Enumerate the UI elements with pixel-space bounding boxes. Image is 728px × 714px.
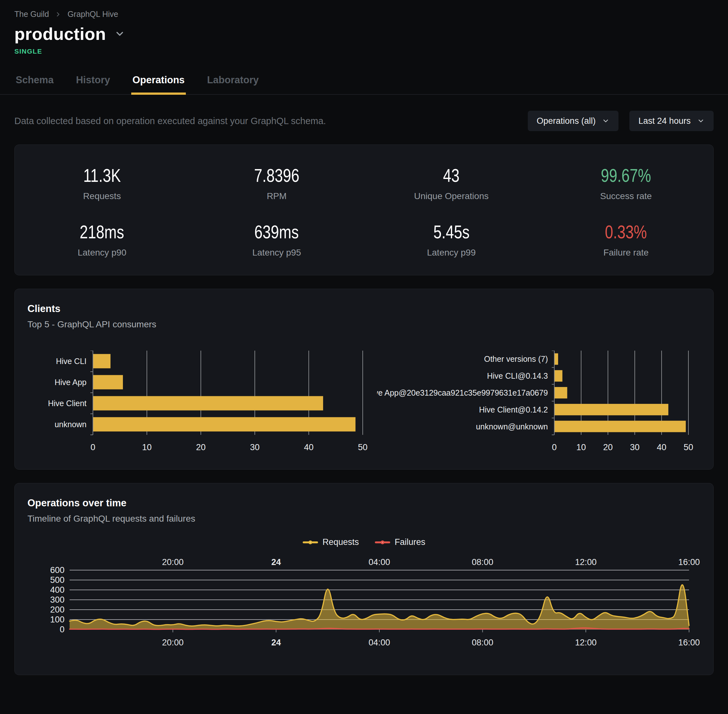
stat-value: 639ms <box>190 221 364 243</box>
main-content: Data collected based on operation execut… <box>0 111 728 685</box>
title-row: production <box>14 24 714 44</box>
stat-unique-operations: 43 Unique Operations <box>364 159 538 207</box>
svg-text:0: 0 <box>552 442 557 452</box>
chevron-down-icon <box>602 117 609 125</box>
clients-by-name-bar-chart: 01020304050Hive CLIHive AppHive Clientun… <box>27 351 375 455</box>
svg-text:40: 40 <box>657 442 666 452</box>
svg-text:40: 40 <box>304 442 314 452</box>
svg-text:10: 10 <box>142 442 152 452</box>
svg-text:100: 100 <box>50 615 65 624</box>
svg-text:0: 0 <box>60 625 65 634</box>
period-filter-dropdown[interactable]: Last 24 hours <box>629 111 714 131</box>
operations-filter-dropdown[interactable]: Operations (all) <box>528 111 619 131</box>
stat-value: 7.8396 <box>190 165 364 186</box>
svg-text:12:00: 12:00 <box>575 638 597 647</box>
toolbar: Data collected based on operation execut… <box>14 111 714 131</box>
svg-text:Hive CLI@0.14.3: Hive CLI@0.14.3 <box>487 371 548 380</box>
stat-value: 218ms <box>15 221 190 243</box>
stat-success-rate: 99.67% Success rate <box>538 159 713 207</box>
svg-text:Hive CLI: Hive CLI <box>56 357 87 366</box>
operations-card-title: Operations over time <box>27 497 701 509</box>
clients-by-version-bar-chart: 01020304050Other versions (7)Hive CLI@0.… <box>377 351 701 455</box>
operations-filter-value: Operations (all) <box>537 116 596 126</box>
stat-label: Unique Operations <box>364 191 538 201</box>
filters: Operations (all) Last 24 hours <box>528 111 714 131</box>
breadcrumb: The Guild GraphQL Hive <box>14 10 714 19</box>
operations-card-subtitle: Timeline of GraphQL requests and failure… <box>27 514 701 524</box>
svg-text:Hive Client: Hive Client <box>48 399 87 408</box>
stat-label: Success rate <box>538 191 713 201</box>
breadcrumb-org[interactable]: The Guild <box>14 10 49 19</box>
stat-label: Failure rate <box>538 248 713 258</box>
clients-card-subtitle: Top 5 - GraphQL API consumers <box>27 320 701 330</box>
svg-text:24: 24 <box>271 557 281 567</box>
tab-laboratory[interactable]: Laboratory <box>206 69 260 94</box>
svg-text:50: 50 <box>358 442 367 452</box>
chart-legend: Requests Failures <box>27 537 701 547</box>
stat-label: RPM <box>190 191 364 201</box>
svg-text:Hive App@20e3129caa921c35e9979: Hive App@20e3129caa921c35e9979631e17a067… <box>377 388 548 397</box>
svg-text:08:00: 08:00 <box>472 557 493 567</box>
svg-text:0: 0 <box>90 442 95 452</box>
svg-text:200: 200 <box>50 605 65 615</box>
svg-text:04:00: 04:00 <box>369 638 390 647</box>
stat-label: Requests <box>15 191 190 201</box>
svg-text:16:00: 16:00 <box>678 638 700 647</box>
svg-text:16:00: 16:00 <box>678 557 700 567</box>
target-type-badge: SINGLE <box>14 48 714 55</box>
stat-label: Latency p90 <box>15 248 190 258</box>
svg-text:unknown: unknown <box>55 420 87 429</box>
chevron-down-icon <box>697 117 705 125</box>
operations-timeline-area-chart: 010020030040050060020:0020:00242404:0004… <box>27 555 701 664</box>
collection-description: Data collected based on operation execut… <box>14 116 326 126</box>
svg-text:10: 10 <box>576 442 586 452</box>
svg-text:12:00: 12:00 <box>575 557 597 567</box>
svg-text:300: 300 <box>50 595 65 604</box>
stats-card: 11.3K Requests 7.8396 RPM 43 Unique Oper… <box>14 144 714 275</box>
clients-card: Clients Top 5 - GraphQL API consumers 01… <box>14 289 714 470</box>
operations-over-time-card: Operations over time Timeline of GraphQL… <box>14 483 714 675</box>
svg-text:04:00: 04:00 <box>369 557 390 567</box>
svg-text:20:00: 20:00 <box>162 557 184 567</box>
tab-operations[interactable]: Operations <box>131 69 186 94</box>
stat-label: Latency p95 <box>190 248 364 258</box>
graphql-hive-dashboard: The Guild GraphQL Hive production SINGLE… <box>0 0 728 714</box>
stat-value: 99.67% <box>538 165 713 186</box>
stat-failure-rate: 0.33% Failure rate <box>538 215 713 264</box>
stat-latency-p95: 639ms Latency p95 <box>190 215 364 264</box>
chevron-right-icon <box>55 11 62 18</box>
tab-schema[interactable]: Schema <box>14 69 55 94</box>
svg-text:30: 30 <box>630 442 639 452</box>
legend-label: Failures <box>395 537 425 547</box>
page-title: production <box>14 24 106 44</box>
breadcrumb-project[interactable]: GraphQL Hive <box>68 10 118 19</box>
stat-value: 0.33% <box>538 221 713 243</box>
svg-text:24: 24 <box>271 638 281 647</box>
svg-text:08:00: 08:00 <box>472 638 493 647</box>
svg-text:Other versions (7): Other versions (7) <box>484 354 548 363</box>
stat-value: 43 <box>364 165 538 186</box>
svg-text:30: 30 <box>250 442 260 452</box>
stat-rpm: 7.8396 RPM <box>190 159 364 207</box>
stat-value: 11.3K <box>15 165 190 186</box>
stat-label: Latency p99 <box>364 248 538 258</box>
failures-series-marker-icon <box>375 539 390 546</box>
stat-requests: 11.3K Requests <box>15 159 190 207</box>
stat-value: 5.45s <box>364 221 538 243</box>
clients-card-title: Clients <box>27 303 701 315</box>
svg-text:500: 500 <box>50 575 65 585</box>
period-filter-value: Last 24 hours <box>638 116 690 126</box>
svg-text:50: 50 <box>684 442 693 452</box>
svg-text:Hive Client@0.14.2: Hive Client@0.14.2 <box>479 405 548 414</box>
legend-item-failures[interactable]: Failures <box>375 537 425 547</box>
stat-latency-p90: 218ms Latency p90 <box>15 215 190 264</box>
svg-text:20: 20 <box>196 442 206 452</box>
svg-text:600: 600 <box>50 566 65 575</box>
target-selector-chevron-down-icon[interactable] <box>114 28 125 39</box>
clients-charts-row: 01020304050Hive CLIHive AppHive Clientun… <box>27 351 701 455</box>
legend-item-requests[interactable]: Requests <box>303 537 359 547</box>
svg-text:400: 400 <box>50 585 65 595</box>
header: The Guild GraphQL Hive production SINGLE <box>0 0 728 55</box>
tab-history[interactable]: History <box>75 69 111 94</box>
stat-latency-p99: 5.45s Latency p99 <box>364 215 538 264</box>
